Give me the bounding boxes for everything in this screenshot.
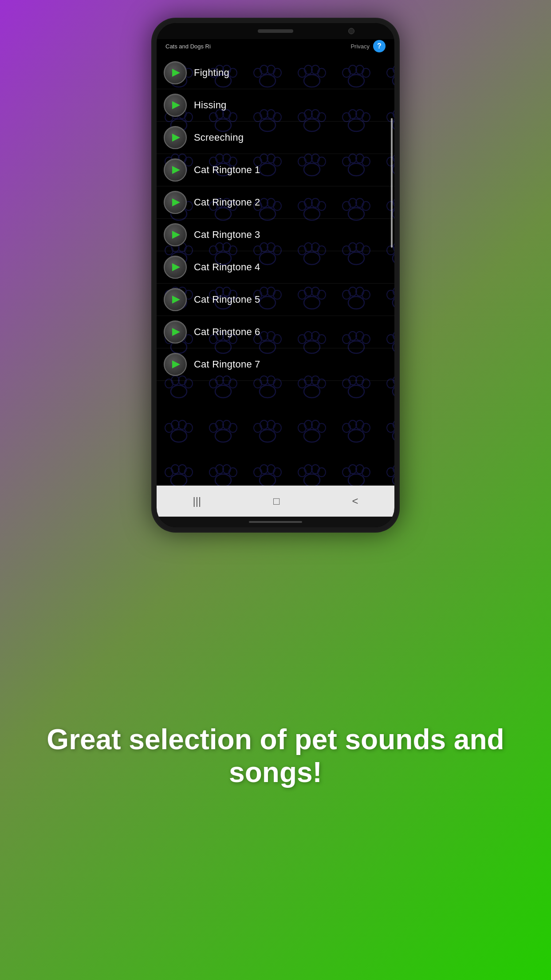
nav-menu-icon[interactable]: |||: [193, 495, 201, 507]
status-right: Privacy ?: [350, 40, 386, 52]
item-label-2: Hissing: [194, 99, 227, 111]
scroll-indicator: [391, 118, 393, 248]
phone-inner: Cats and Dogs Ri Privacy ?: [157, 23, 394, 527]
item-label-9: Cat Ringtone 6: [194, 326, 260, 338]
list-item[interactable]: Hissing: [157, 89, 394, 122]
play-button-7[interactable]: [164, 256, 187, 279]
play-triangle-3: [172, 134, 180, 142]
nav-back-icon[interactable]: <: [352, 495, 358, 507]
phone-bottom-pill: [157, 517, 394, 527]
list-item[interactable]: Screeching: [157, 122, 394, 154]
play-triangle-8: [172, 296, 180, 304]
item-label-3: Screeching: [194, 132, 244, 143]
content-area: Fighting Hissing Screeching Cat Ringtone…: [157, 53, 394, 486]
item-label-4: Cat Ringtone 1: [194, 164, 260, 176]
bottom-text-section: Great selection of pet sounds and songs!: [0, 533, 551, 980]
privacy-link[interactable]: Privacy: [350, 43, 370, 50]
play-button-3[interactable]: [164, 126, 187, 149]
list-item[interactable]: Cat Ringtone 7: [157, 348, 394, 381]
play-triangle-1: [172, 69, 180, 77]
app-title: Cats and Dogs Ri: [165, 43, 211, 50]
play-button-4[interactable]: [164, 158, 187, 182]
item-label-5: Cat Ringtone 2: [194, 197, 260, 208]
phone-top-bar: [157, 23, 394, 39]
item-label-1: Fighting: [194, 67, 229, 79]
play-button-2[interactable]: [164, 94, 187, 117]
list-item[interactable]: Cat Ringtone 1: [157, 154, 394, 186]
tagline: Great selection of pet sounds and songs!: [27, 723, 524, 789]
list-item[interactable]: Cat Ringtone 4: [157, 251, 394, 284]
item-label-6: Cat Ringtone 3: [194, 229, 260, 241]
phone-camera: [348, 28, 354, 34]
play-button-8[interactable]: [164, 288, 187, 311]
status-bar: Cats and Dogs Ri Privacy ?: [157, 39, 394, 53]
phone-wrapper: Cats and Dogs Ri Privacy ?: [151, 18, 400, 533]
play-triangle-9: [172, 328, 180, 336]
play-triangle-6: [172, 231, 180, 239]
list-item[interactable]: Cat Ringtone 2: [157, 186, 394, 219]
list-item[interactable]: Fighting: [157, 57, 394, 89]
nav-home-icon[interactable]: □: [273, 495, 280, 507]
bottom-pill-bar: [249, 521, 302, 523]
item-label-8: Cat Ringtone 5: [194, 294, 260, 305]
list-item[interactable]: Cat Ringtone 6: [157, 316, 394, 348]
play-triangle-4: [172, 166, 180, 174]
item-label-10: Cat Ringtone 7: [194, 359, 260, 370]
list-item[interactable]: Cat Ringtone 5: [157, 284, 394, 316]
play-triangle-7: [172, 263, 180, 271]
play-button-6[interactable]: [164, 223, 187, 246]
play-triangle-2: [172, 101, 180, 109]
play-triangle-5: [172, 198, 180, 206]
play-button-10[interactable]: [164, 353, 187, 376]
nav-bar: ||| □ <: [157, 486, 394, 517]
ringtone-list[interactable]: Fighting Hissing Screeching Cat Ringtone…: [157, 53, 394, 486]
play-button-5[interactable]: [164, 191, 187, 214]
help-button[interactable]: ?: [373, 40, 386, 52]
play-triangle-10: [172, 360, 180, 368]
play-button-9[interactable]: [164, 320, 187, 344]
play-button-1[interactable]: [164, 61, 187, 84]
phone-speaker: [258, 29, 293, 33]
list-item[interactable]: Cat Ringtone 3: [157, 219, 394, 251]
item-label-7: Cat Ringtone 4: [194, 261, 260, 273]
